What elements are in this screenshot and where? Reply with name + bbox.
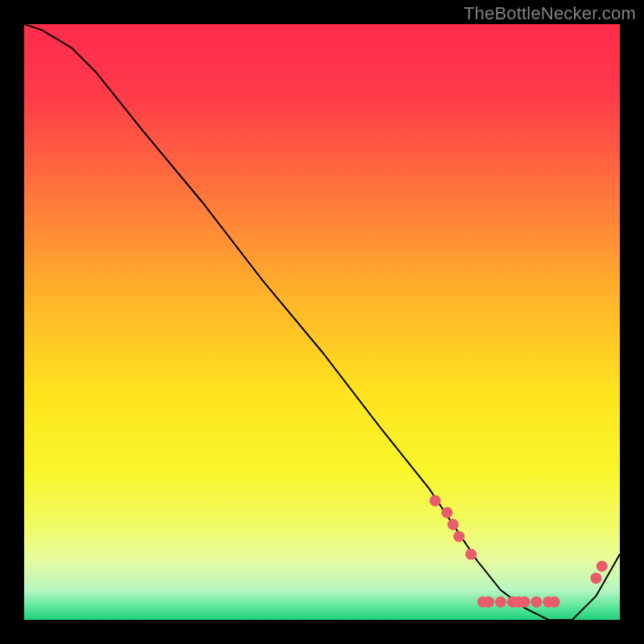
data-marker [430,495,441,506]
data-marker [483,597,494,608]
data-marker [448,519,459,530]
data-marker [453,530,464,542]
data-marker [549,597,560,608]
data-marker [519,597,530,608]
watermark-text: TheBottleNecker.com [464,3,636,24]
chart-background [24,24,620,620]
plot-area [24,24,620,620]
data-marker [441,507,452,518]
chart-frame: TheBottleNecker.com [0,0,644,644]
data-marker [530,597,542,608]
chart-svg [24,24,620,620]
data-marker [597,560,608,572]
data-marker [590,572,601,584]
data-marker [495,597,506,608]
data-marker [465,549,477,560]
